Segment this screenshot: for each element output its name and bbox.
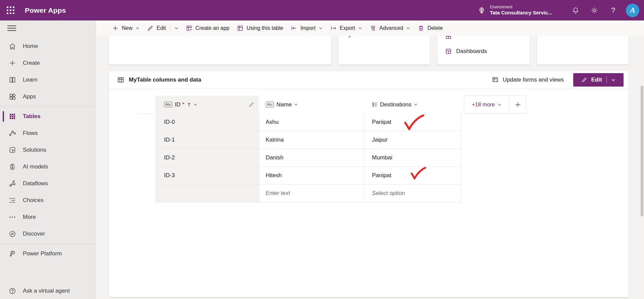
cell-id-empty[interactable] [155, 185, 259, 202]
using-this-table-button[interactable]: Using this table [233, 22, 287, 35]
cell-name[interactable]: Hitesh [259, 167, 364, 185]
cell-id[interactable]: ID-2 [155, 149, 259, 167]
create-an-app-button[interactable]: Create an app [182, 22, 233, 35]
edit-menu-chevron[interactable] [171, 22, 182, 35]
ask-virtual-agent-label: Ask a virtual agent [23, 288, 70, 294]
vertical-scrollbar[interactable] [641, 86, 643, 216]
environment-picker[interactable]: Environment Tata Consultancy Servic... [478, 5, 552, 16]
sidebar-item-home[interactable]: Home [0, 38, 96, 55]
cell-id[interactable]: ID-3 [155, 167, 259, 185]
split-divider [170, 24, 170, 32]
power-apps-window: { "app": { "title": "Power Apps" }, "top… [0, 0, 644, 299]
schema-card: y [338, 36, 430, 64]
sidebar-item-label: Dataflows [23, 180, 48, 187]
sidebar-item-label: Tables [23, 113, 41, 120]
apps-icon [8, 93, 16, 101]
sidebar-item-label: AI models [23, 163, 48, 170]
sidebar-item-learn[interactable]: Learn [0, 71, 96, 88]
more-columns-tab: +18 more [464, 96, 526, 113]
add-column-button[interactable] [509, 96, 526, 113]
header-actions: Environment Tata Consultancy Servic... ?… [478, 0, 644, 20]
table-grid-icon [117, 76, 124, 84]
plus-icon [8, 59, 16, 67]
power-platform-icon [8, 250, 16, 258]
sidebar-item-label: Flows [23, 130, 38, 137]
export-icon [330, 25, 337, 32]
chevron-down-icon[interactable] [611, 78, 615, 82]
sidebar-item-choices[interactable]: Choices [0, 192, 96, 209]
account-avatar[interactable]: A [626, 4, 639, 17]
app-title: Power Apps [25, 6, 66, 14]
waffle-icon [7, 6, 14, 14]
cell-name[interactable]: Katrina [259, 131, 364, 149]
pencil-icon [581, 77, 587, 83]
sidebar-item-power-platform[interactable]: Power Platform [0, 245, 96, 262]
environment-globe-icon [478, 6, 486, 14]
help-button[interactable]: ? [604, 0, 623, 20]
data-grid: Abc ID * Abc Name [155, 96, 461, 202]
column-label: ID [175, 101, 180, 108]
chevron-down-icon [174, 26, 178, 30]
cell-name[interactable]: Danish [259, 149, 364, 167]
edit-table-button[interactable]: Edit [573, 73, 624, 87]
chevron-down-icon[interactable] [294, 103, 298, 106]
ask-virtual-agent[interactable]: Ask a virtual agent [0, 283, 96, 299]
sidebar-item-apps[interactable]: Apps [0, 88, 96, 105]
cell-id[interactable]: ID-0 [155, 113, 259, 131]
sidebar-item-label: Create [23, 60, 40, 66]
cell-name[interactable]: Ashu [259, 113, 364, 131]
export-button[interactable]: Export [326, 22, 366, 35]
choices-icon [8, 196, 16, 204]
more-columns-button[interactable]: +18 more [464, 102, 509, 108]
chevron-down-icon[interactable] [414, 103, 418, 106]
sidebar-item-label: Discover [23, 231, 45, 237]
table-properties-card [109, 36, 331, 64]
column-header-id[interactable]: Abc ID * [155, 96, 259, 113]
table-row: ID-3 Hitesh Panipat [155, 167, 461, 185]
notifications-button[interactable] [566, 0, 585, 20]
sidebar-item-more[interactable]: More [0, 209, 96, 226]
edit-button[interactable]: Edit [143, 22, 170, 35]
flows-icon [8, 129, 16, 137]
new-button[interactable]: New [108, 22, 143, 35]
update-forms-views-button[interactable]: Update forms and views [489, 74, 567, 86]
cell-destination[interactable]: Jaipur [364, 131, 461, 149]
sidebar-item-ai-models[interactable]: AI models [0, 158, 96, 175]
edit-column-pencil-icon[interactable] [249, 102, 254, 107]
delete-button[interactable]: Delete [414, 22, 446, 35]
column-header-destinations[interactable]: Destinations [364, 96, 461, 113]
solutions-icon [8, 146, 16, 154]
cell-destination[interactable]: Mumbai [364, 149, 461, 167]
new-destination-select[interactable]: Select option [364, 185, 461, 202]
sidebar-item-label: Home [23, 43, 38, 50]
import-icon [290, 25, 297, 32]
app-launcher-button[interactable] [0, 0, 21, 20]
chevron-down-icon[interactable] [194, 103, 197, 106]
cell-destination[interactable]: Panipat [364, 113, 461, 131]
sidebar-item-dataflows[interactable]: Dataflows [0, 175, 96, 192]
sidebar-item-create[interactable]: Create [0, 55, 96, 71]
tools-icon [370, 25, 376, 32]
new-name-input[interactable]: Enter text [259, 185, 364, 202]
settings-button[interactable] [585, 0, 604, 20]
chevron-down-icon [136, 26, 140, 30]
column-header-name[interactable]: Abc Name [259, 96, 364, 113]
advanced-button[interactable]: Advanced [366, 22, 414, 35]
advanced-label: Advanced [379, 25, 403, 31]
dashboards-link[interactable]: Dashboards [445, 48, 487, 55]
collapse-nav-button[interactable] [7, 24, 16, 33]
sidebar-item-solutions[interactable]: Solutions [0, 142, 96, 158]
cell-destination[interactable]: Panipat [364, 167, 461, 185]
sidebar-item-discover[interactable]: Discover [0, 226, 96, 242]
gear-icon [591, 7, 598, 14]
import-button[interactable]: Import [287, 22, 326, 35]
cell-id[interactable]: ID-1 [155, 131, 259, 149]
home-icon [8, 42, 16, 50]
chevron-down-icon [319, 26, 323, 30]
import-label: Import [300, 25, 315, 31]
environment-name: Tata Consultancy Servic... [490, 10, 552, 16]
button-divider [606, 76, 607, 84]
more-columns-label: +18 more [472, 102, 495, 108]
sidebar-item-flows[interactable]: Flows [0, 125, 96, 142]
sidebar-item-tables[interactable]: Tables [0, 108, 96, 125]
